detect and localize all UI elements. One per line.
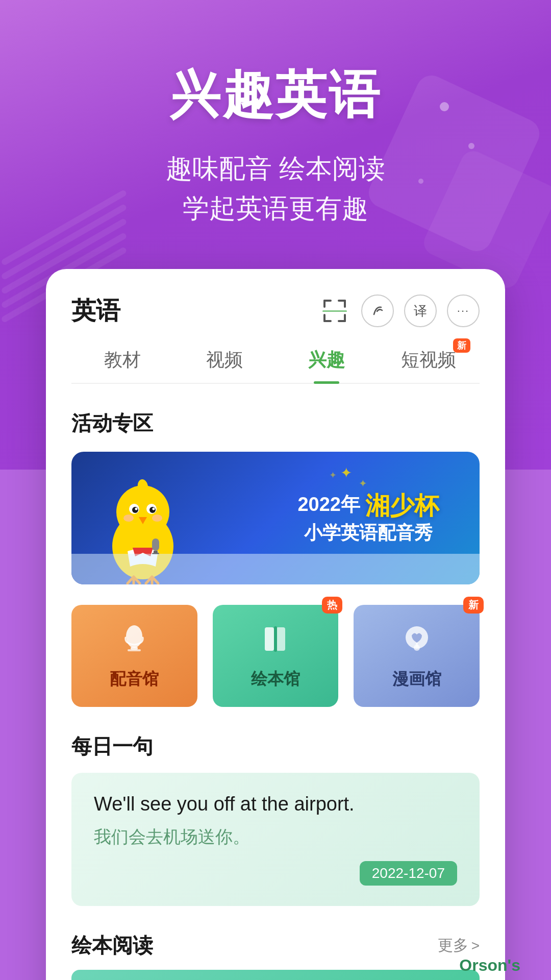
reading-header: 绘本阅读 更多 > — [71, 932, 480, 960]
svg-rect-1 — [323, 300, 325, 308]
dubbing-label: 配音馆 — [110, 668, 159, 691]
feature-card-manga[interactable]: 新 漫画馆 — [354, 605, 480, 707]
banner-snow — [71, 554, 480, 584]
tab-short-video[interactable]: 短视频 新 — [378, 348, 480, 383]
picture-badge: 热 — [322, 597, 342, 614]
dubbing-icon — [116, 621, 152, 664]
hero-section: 兴趣英语 趣味配音 绘本阅读 学起英语更有趣 — [166, 0, 385, 228]
activity-banner[interactable]: 2022年 湘少杯 小学英语配音秀 ✦ ✦ ✦ — [71, 452, 480, 584]
reading-more-arrow: > — [471, 938, 480, 954]
manga-badge: 新 — [463, 597, 484, 614]
svg-rect-26 — [265, 627, 274, 651]
svg-point-18 — [123, 514, 134, 522]
banner-text: 2022年 湘少杯 小学英语配音秀 — [297, 491, 439, 546]
app-card: 英语 — [46, 269, 505, 980]
sign-icon[interactable] — [361, 295, 394, 327]
svg-rect-32 — [416, 643, 418, 647]
tab-bar: 教材 视频 兴趣 短视频 新 — [71, 348, 480, 384]
reading-title: 绘本阅读 — [71, 932, 153, 960]
svg-point-16 — [153, 508, 155, 510]
hero-subtitle: 趣味配音 绘本阅读 学起英语更有趣 — [166, 149, 385, 228]
features-row: 配音馆 热 绘本馆 — [71, 605, 480, 707]
tab-video[interactable]: 视频 — [173, 348, 276, 383]
feature-card-picture[interactable]: 热 绘本馆 — [213, 605, 339, 707]
svg-rect-20 — [152, 538, 159, 551]
hero-subtitle-line1: 趣味配音 绘本阅读 — [166, 154, 385, 183]
svg-point-19 — [152, 514, 162, 522]
picture-icon — [258, 621, 293, 664]
card-header: 英语 — [71, 295, 480, 327]
card-title: 英语 — [71, 295, 120, 327]
tab-interest[interactable]: 兴趣 — [276, 348, 378, 383]
daily-chinese: 我们会去机场送你。 — [94, 825, 457, 849]
more-icon[interactable]: ··· — [447, 295, 480, 327]
feature-card-dubbing[interactable]: 配音馆 — [71, 605, 197, 707]
daily-date: 2022-12-07 — [360, 861, 457, 886]
svg-rect-25 — [128, 649, 141, 651]
sparkle-deco: ✦ — [340, 464, 352, 481]
tab-textbook[interactable]: 教材 — [71, 348, 173, 383]
svg-point-15 — [135, 508, 138, 510]
svg-point-13 — [132, 507, 138, 513]
hero-title: 兴趣英语 — [166, 61, 385, 130]
daily-title: 每日一句 — [71, 732, 480, 761]
scan-icon[interactable] — [318, 295, 351, 327]
manga-label: 漫画馆 — [392, 668, 441, 691]
short-video-badge: 新 — [453, 338, 470, 353]
activity-title: 活动专区 — [71, 409, 480, 437]
svg-rect-5 — [323, 314, 325, 322]
daily-english: We'll see you off at the airport. — [94, 793, 457, 815]
svg-rect-27 — [276, 627, 285, 651]
banner-title-line2: 小学英语配音秀 — [297, 520, 439, 545]
banner-title-line1: 湘少杯 — [365, 491, 439, 521]
picture-label: 绘本馆 — [251, 668, 300, 691]
manga-icon — [399, 621, 435, 664]
hero-subtitle-line2: 学起英语更有趣 — [183, 193, 368, 223]
svg-rect-3 — [344, 300, 346, 308]
reading-more-link[interactable]: 更多 > — [438, 935, 480, 956]
translate-icon[interactable]: 译 — [404, 295, 437, 327]
svg-rect-29 — [274, 626, 277, 652]
watermark: Orson's — [459, 956, 520, 980]
svg-rect-7 — [344, 314, 346, 322]
card-icons: 译 ··· — [318, 295, 480, 327]
book-preview[interactable] — [71, 970, 480, 980]
svg-point-14 — [149, 507, 156, 513]
svg-rect-8 — [322, 310, 347, 312]
banner-year: 2022年 — [297, 492, 360, 518]
daily-card[interactable]: We'll see you off at the airport. 我们会去机场… — [71, 773, 480, 906]
